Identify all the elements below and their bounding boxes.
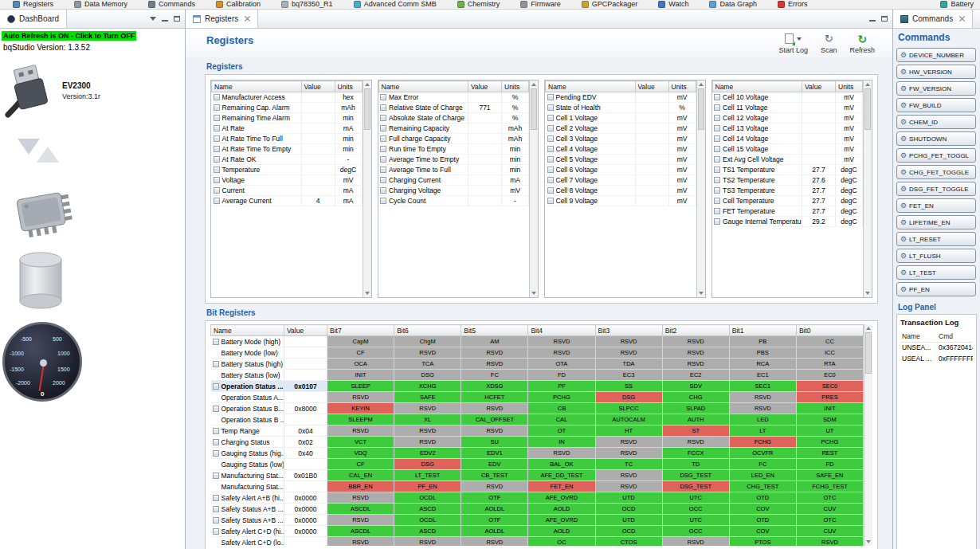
bit-register-row-safety-alert-c-d-hi[interactable]: Safety Alert C+D (hi...0x0000ASCDLASCDAO…	[211, 526, 864, 537]
panel-scrollbar[interactable]	[363, 80, 371, 297]
close-icon[interactable]	[959, 16, 965, 22]
register-row-at-rate-time-to-empty[interactable]: At Rate Time To Emptymin	[212, 144, 363, 155]
register-row-cell-6-voltage[interactable]: Cell 6 VoltagemV	[546, 165, 696, 175]
register-row-cell-15-voltage[interactable]: Cell 15 VoltagemV	[712, 144, 863, 155]
toolbar-item-registers[interactable]: Registers	[13, 0, 53, 8]
register-row-ts1-temperature[interactable]: TS1 Temperature27.7degC	[712, 165, 863, 175]
log-row-unsea[interactable]: UNSEA...0x36720414	[900, 342, 973, 353]
toolbar-item-firmware[interactable]: Firmware	[520, 0, 561, 8]
register-row-cell-11-voltage[interactable]: Cell 11 VoltagemV	[712, 103, 863, 113]
command-button-hw-version[interactable]: ⚙HW_VERSION	[896, 65, 976, 79]
toolbar-item-commands[interactable]: Commands	[148, 0, 195, 8]
scroll-thumb[interactable]	[531, 88, 537, 130]
command-button-lifetime-en[interactable]: ⚙LIFETIME_EN	[896, 215, 976, 229]
register-row-ts3-temperature[interactable]: TS3 Temperature27.7degC	[712, 186, 863, 196]
scroll-up-icon[interactable]	[699, 83, 704, 86]
view-menu-icon[interactable]	[150, 17, 156, 21]
register-row-cell-5-voltage[interactable]: Cell 5 VoltagemV	[546, 155, 696, 165]
toolbar-item-errors[interactable]: Errors	[778, 0, 808, 8]
scroll-up-icon[interactable]	[866, 327, 871, 330]
register-row-cell-7-voltage[interactable]: Cell 7 VoltagemV	[546, 175, 696, 186]
command-button-dsg-fet-toggle[interactable]: ⚙DSG_FET_TOGGLE	[896, 182, 976, 196]
maximize-icon[interactable]	[881, 16, 888, 22]
register-row-fet-temperature[interactable]: FET Temperature27.7degC	[712, 206, 863, 217]
command-button-lt-reset[interactable]: ⚙LT_RESET	[896, 232, 976, 246]
command-button-pchg-fet-toggl[interactable]: ⚙PCHG_FET_TOGGL	[896, 148, 976, 163]
register-row-gauge-internal-temperature[interactable]: Gauge Internal Temperature29.2degC	[712, 217, 863, 227]
bit-register-row-operation-status-b[interactable]: Operation Status B...0x8000KEYINRSVDRSVD…	[211, 403, 864, 414]
start-log-dropdown-icon[interactable]	[797, 37, 802, 41]
scroll-down-icon[interactable]	[531, 292, 536, 295]
bit-register-row-battery-status-high[interactable]: Battery Status (high)OCATCARSVDOTATDARSV…	[211, 359, 864, 370]
register-row-temperature[interactable]: TemperaturedegC	[212, 165, 363, 175]
register-row-charging-current[interactable]: Charging CurrentmA	[378, 175, 529, 186]
scan-button[interactable]: ↻ Scan	[821, 33, 837, 54]
register-row-charging-voltage[interactable]: Charging VoltagemV	[378, 186, 529, 196]
tab-commands[interactable]: Commands	[893, 10, 973, 28]
register-row-cell-12-voltage[interactable]: Cell 12 VoltagemV	[712, 113, 863, 124]
toolbar-item-gpcpackager[interactable]: GPCPackager	[582, 0, 638, 8]
toolbar-item-bq78350-r1[interactable]: bq78350_R1	[281, 0, 333, 8]
command-button-chg-fet-toggle[interactable]: ⚙CHG_FET_TOGGLE	[896, 165, 976, 179]
register-row-cell-temperature[interactable]: Cell Temperature27.7degC	[712, 196, 863, 206]
toolbar-item-chemistry[interactable]: Chemistry	[457, 0, 500, 8]
bit-register-row-operation-status-b[interactable]: Operation Status B ...SLEEPMXLCAL_OFFSET…	[211, 414, 864, 425]
command-button-chem-id[interactable]: ⚙CHEM_ID	[896, 115, 976, 129]
scroll-down-icon[interactable]	[699, 292, 704, 295]
bit-register-row-battery-mode-low[interactable]: Battery Mode (low)CFRSVDRSVDRSVDRSVDRSVD…	[211, 347, 864, 359]
close-icon[interactable]	[245, 16, 250, 22]
bit-register-row-safety-status-a-b[interactable]: Safety Status A+B ...0x0000ASCDLASCDAOLD…	[211, 504, 864, 515]
bit-register-row-gauging-status-hig[interactable]: Gauging Status (hig...0x40VDQEDV2EDV1RSV…	[211, 448, 864, 459]
panel-scrollbar[interactable]	[529, 80, 538, 297]
register-row-ts2-temperature[interactable]: TS2 Temperature27.6degC	[712, 175, 863, 186]
register-row-cell-10-voltage[interactable]: Cell 10 VoltagemV	[712, 92, 863, 103]
bit-table-scrollbar[interactable]	[864, 324, 872, 546]
bit-register-row-gauging-status-low[interactable]: Gauging Status (low)CFDSGEDVBAL_OKTCTDFC…	[211, 459, 864, 470]
command-button-lt-test[interactable]: ⚙LT_TEST	[896, 265, 976, 280]
bit-register-row-battery-mode-high[interactable]: Battery Mode (high)CapMChgMAMRSVDRSVDRSV…	[211, 336, 864, 347]
command-button-fw-version[interactable]: ⚙FW_VERSION	[896, 81, 976, 96]
register-row-remaining-time-alarm[interactable]: Remaining Time Alarmmin	[212, 113, 363, 124]
toolbar-item-data-memory[interactable]: Data Memory	[74, 0, 127, 8]
bit-register-row-safety-status-a-b[interactable]: Safety Status A+B ...0x0000RSVDOCDLOTFAF…	[211, 515, 864, 526]
minimize-icon[interactable]	[869, 20, 876, 22]
register-row-cell-9-voltage[interactable]: Cell 9 VoltagemV	[546, 196, 696, 206]
register-row-relative-state-of-charge[interactable]: Relative State of Charge771%	[378, 103, 529, 113]
register-row-max-error[interactable]: Max Error%	[378, 92, 529, 103]
register-row-average-current[interactable]: Average Current4mA	[212, 196, 363, 206]
refresh-button[interactable]: ↻ Refresh	[849, 33, 875, 54]
register-row-cell-3-voltage[interactable]: Cell 3 VoltagemV	[546, 134, 696, 144]
register-row-cell-4-voltage[interactable]: Cell 4 VoltagemV	[546, 144, 696, 155]
register-row-average-time-to-empty[interactable]: Average Time to Emptymin	[378, 155, 529, 165]
scroll-thumb[interactable]	[865, 332, 872, 374]
command-button-fw-build[interactable]: ⚙FW_BUILD	[896, 98, 976, 112]
register-row-run-time-to-empty[interactable]: Run time To Emptymin	[378, 144, 529, 155]
scroll-down-icon[interactable]	[866, 540, 871, 543]
bit-register-row-temp-range[interactable]: Temp Range0x04RSVDRSVDRSVDOTHTSTLTUT	[211, 425, 864, 437]
minimize-icon[interactable]	[162, 20, 168, 22]
toolbar-item-advanced-comm-smb[interactable]: Advanced Comm SMB	[354, 0, 437, 8]
register-row-remaining-cap-alarm[interactable]: Remaining Cap. AlarmmAh	[212, 103, 363, 113]
register-row-at-rate-time-to-full[interactable]: At Rate Time To Fullmin	[212, 134, 363, 144]
toolbar-item-battery[interactable]: Battery	[940, 0, 974, 8]
register-row-average-time-to-full[interactable]: Average Time to Fullmin	[378, 165, 529, 175]
scroll-down-icon[interactable]	[365, 292, 370, 295]
command-button-shutdown[interactable]: ⚙SHUTDOWN	[896, 131, 976, 146]
register-row-at-rate-ok[interactable]: At Rate OK-	[212, 155, 363, 165]
tab-registers[interactable]: Registers	[186, 10, 258, 28]
panel-scrollbar[interactable]	[696, 80, 705, 297]
scroll-up-icon[interactable]	[531, 83, 536, 86]
panel-scrollbar[interactable]	[863, 80, 872, 297]
register-row-at-rate[interactable]: At RatemA	[212, 124, 363, 134]
bit-register-row-operation-status-a[interactable]: Operation Status A...RSVDSAFEHCFETPCHGDS…	[211, 392, 864, 403]
command-button-fet-en[interactable]: ⚙FET_EN	[896, 198, 976, 213]
register-row-ext-avg-cell-voltage[interactable]: Ext Avg Cell VoltagemV	[712, 155, 863, 165]
start-log-button[interactable]: Start Log	[778, 33, 808, 54]
scroll-up-icon[interactable]	[365, 83, 370, 86]
command-button-device-number[interactable]: ⚙DEVICE_NUMBER	[896, 48, 976, 62]
toolbar-item-data-graph[interactable]: Data Graph	[709, 0, 757, 8]
bit-register-row-safety-alert-c-d-lo[interactable]: Safety Alert C+D (lo...RSVDRSVDRSVDOCCTO…	[211, 537, 864, 547]
toolbar-item-watch[interactable]: Watch	[658, 0, 688, 8]
register-row-full-charge-capacity[interactable]: Full charge CapacitymAh	[378, 134, 529, 144]
bit-register-row-manufacturing-stat[interactable]: Manufacturing Stat...0x01B0CAL_ENLT_TEST…	[211, 470, 864, 481]
